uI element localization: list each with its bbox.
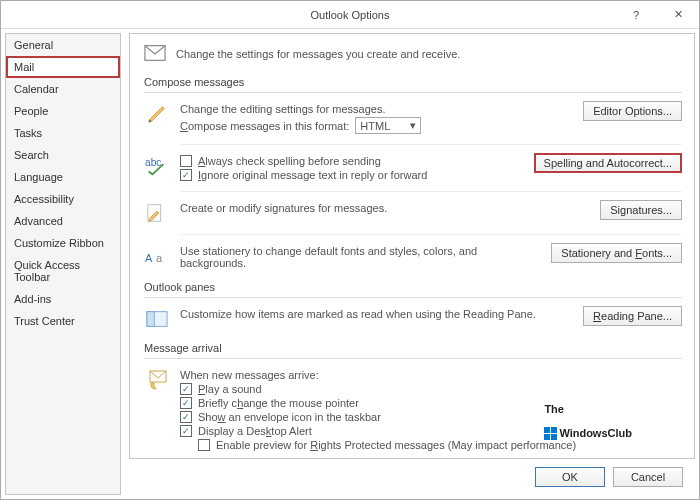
pencil-icon [144,101,170,127]
window-controls: ? ✕ [615,1,699,28]
arrival-content: When new messages arrive: ✓ Play a sound… [180,367,682,453]
always-check-label: Always check spelling before sending [198,155,381,167]
intro-row: Change the settings for messages you cre… [144,44,682,64]
svg-rect-6 [147,312,154,327]
main-panel: Change the settings for messages you cre… [121,29,699,499]
titlebar: Outlook Options ? ✕ [1,1,699,29]
editing-settings-content: Change the editing settings for messages… [180,101,573,136]
arrival-intro: When new messages arrive: [180,369,682,381]
sidebar-item-general[interactable]: General [6,34,120,56]
section-arrival-header: Message arrival [144,340,682,359]
ok-button[interactable]: OK [535,467,605,487]
ignore-original-line: ✓ Ignore original message text in reply … [180,169,524,181]
desktop-alert-label: Display a Desktop Alert [198,425,312,437]
reading-pane-button[interactable]: Reading Pane... [583,306,682,326]
spelling-content: Always check spelling before sending ✓ I… [180,153,524,183]
play-sound-label: Play a sound [198,383,262,395]
desktop-alert-checkbox[interactable]: ✓ [180,425,192,437]
reading-pane-row: Customize how items are marked as read w… [144,306,682,332]
rights-protected-checkbox[interactable] [198,439,210,451]
close-button[interactable]: ✕ [657,1,699,28]
section-compose-header: Compose messages [144,74,682,93]
settings-scroll[interactable]: Change the settings for messages you cre… [129,33,695,459]
spelling-row: abc Always check spelling before sending… [144,153,682,183]
always-check-line: Always check spelling before sending [180,155,524,167]
play-sound-line: ✓ Play a sound [180,383,682,395]
sidebar-item-trust-center[interactable]: Trust Center [6,310,120,332]
format-line: Compose messages in this format: HTML [180,117,573,134]
font-icon: Aa [144,243,170,269]
section-panes-header: Outlook panes [144,279,682,298]
category-sidebar: General Mail Calendar People Tasks Searc… [5,33,121,495]
svg-text:a: a [156,252,163,264]
sidebar-item-calendar[interactable]: Calendar [6,78,120,100]
envelope-checkbox[interactable]: ✓ [180,411,192,423]
reading-pane-text: Customize how items are marked as read w… [180,306,573,322]
sidebar-item-language[interactable]: Language [6,166,120,188]
pointer-label: Briefly change the mouse pointer [198,397,359,409]
signatures-button[interactable]: Signatures... [600,200,682,220]
sidebar-item-tasks[interactable]: Tasks [6,122,120,144]
help-button[interactable]: ? [615,1,657,28]
signatures-text: Create or modify signatures for messages… [180,200,590,216]
signatures-row: Create or modify signatures for messages… [144,200,682,226]
intro-text: Change the settings for messages you cre… [176,48,460,60]
options-dialog: Outlook Options ? ✕ General Mail Calenda… [0,0,700,500]
sidebar-item-quick-access[interactable]: Quick Access Toolbar [6,254,120,288]
pointer-checkbox[interactable]: ✓ [180,397,192,409]
ignore-original-label: Ignore original message text in reply or… [198,169,427,181]
sidebar-item-people[interactable]: People [6,100,120,122]
sidebar-item-addins[interactable]: Add-ins [6,288,120,310]
rights-protected-line: Enable preview for Rights Protected mess… [180,439,682,451]
editing-settings-row: Change the editing settings for messages… [144,101,682,136]
envelope-label: Show an envelope icon in the taskbar [198,411,381,423]
always-check-checkbox[interactable] [180,155,192,167]
editor-options-button[interactable]: Editor Options... [583,101,682,121]
sidebar-item-advanced[interactable]: Advanced [6,210,120,232]
ignore-original-checkbox[interactable]: ✓ [180,169,192,181]
stationery-fonts-button[interactable]: Stationery and Fonts... [551,243,682,263]
dialog-footer: OK Cancel [129,459,695,495]
envelope-icon [144,44,166,64]
pointer-line: ✓ Briefly change the mouse pointer [180,397,682,409]
stationery-row: Aa Use stationery to change default font… [144,243,682,271]
svg-text:A: A [145,252,153,264]
signature-icon [144,200,170,226]
play-sound-checkbox[interactable]: ✓ [180,383,192,395]
svg-text:abc: abc [145,157,161,168]
sidebar-item-search[interactable]: Search [6,144,120,166]
bell-mail-icon [144,367,170,393]
rights-protected-label: Enable preview for Rights Protected mess… [216,439,576,451]
envelope-line: ✓ Show an envelope icon in the taskbar [180,411,682,423]
cancel-button[interactable]: Cancel [613,467,683,487]
stationery-text: Use stationery to change default fonts a… [180,243,541,271]
pane-icon [144,306,170,332]
sidebar-item-mail[interactable]: Mail [6,56,120,78]
format-label: Compose messages in this format: [180,120,349,132]
desktop-alert-line: ✓ Display a Desktop Alert [180,425,682,437]
sidebar-item-customize-ribbon[interactable]: Customize Ribbon [6,232,120,254]
spelling-autocorrect-button[interactable]: Spelling and Autocorrect... [534,153,682,173]
arrival-row: When new messages arrive: ✓ Play a sound… [144,367,682,453]
dialog-body: General Mail Calendar People Tasks Searc… [1,29,699,499]
sidebar-item-accessibility[interactable]: Accessibility [6,188,120,210]
format-select[interactable]: HTML [355,117,421,134]
spellcheck-icon: abc [144,153,170,179]
editing-settings-text: Change the editing settings for messages… [180,103,573,115]
window-title: Outlook Options [311,9,390,21]
